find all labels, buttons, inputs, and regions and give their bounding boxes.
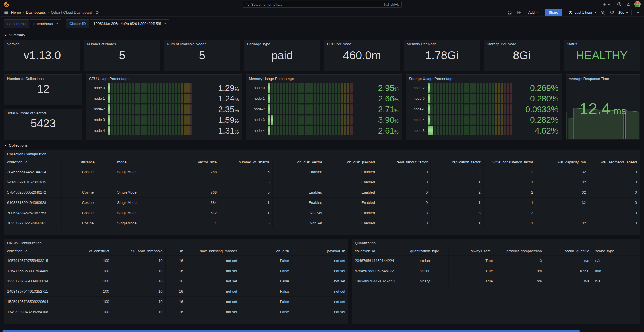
time-range-picker[interactable]: Last 1 hour (568, 10, 597, 15)
panel-title[interactable]: Memory Per Node (404, 40, 480, 46)
bar-gauge (268, 94, 352, 103)
gauge-row-label: node-4 (409, 118, 425, 122)
panel-title[interactable]: Status (564, 40, 640, 46)
section-summary[interactable]: Summary (4, 33, 640, 37)
column-header-max-indexing-threads[interactable]: max_indexing_threads (186, 247, 240, 256)
help-icon[interactable]: ? (616, 1, 622, 7)
table-cell: not set (186, 297, 240, 307)
gauge-cell (341, 94, 343, 103)
gauge-cell (169, 104, 171, 114)
gauge-cell (175, 94, 177, 103)
gauge-cell (157, 126, 159, 135)
column-header-number-of-shards[interactable]: number_of_shards (220, 158, 273, 167)
data-table: collection_idef_constructfull_scan_thres… (4, 247, 348, 317)
column-header-on-disk-vector[interactable]: on_disk_vector (272, 158, 325, 167)
column-header-wal-segments-ahead[interactable]: wal_segments_ahead (589, 158, 640, 167)
variable-cluster-id-value[interactable]: 1296366e-396a-4e2c-8f26-b399499f158f (90, 19, 169, 28)
table-cell: not set (186, 266, 240, 276)
breadcrumb-home[interactable]: Home (11, 10, 21, 15)
gauge-cell (440, 94, 442, 103)
gauge-cell (434, 83, 436, 93)
variable-datasource-value[interactable]: prometheus (30, 19, 61, 28)
add-button-label: Add (528, 11, 535, 15)
panel-title[interactable]: Number of Collections (4, 75, 82, 81)
gauge-cell (341, 104, 343, 114)
column-header-product-compression[interactable]: product_compression (496, 247, 545, 256)
favorite-star-icon[interactable] (94, 9, 100, 16)
column-header-full-scan-threshold[interactable]: full_scan_threshold (112, 247, 165, 256)
gauge-cell (440, 126, 442, 135)
save-dashboard-icon[interactable] (506, 9, 513, 16)
zoom-out-time-icon[interactable] (600, 9, 606, 16)
table-cell: Enabled (325, 218, 378, 228)
stat-value: 1.78Gi (404, 49, 480, 62)
column-header-wal-capacity-mb[interactable]: wal_capacity_mb (536, 158, 589, 167)
gauge-row-value: 1.31% (195, 126, 239, 136)
column-header-collection-id[interactable]: collection_id (4, 158, 61, 167)
panel-title[interactable]: Average Response Time (566, 75, 640, 81)
table-cell: 3 (483, 208, 536, 218)
panel-title[interactable]: Number of Nodes (84, 40, 160, 46)
panel-title[interactable]: CPU Usage Percentage (86, 75, 242, 81)
gauge-cell (341, 126, 343, 135)
column-header-quantization-type[interactable]: quantization_type (401, 247, 448, 256)
user-avatar[interactable] (634, 1, 641, 7)
menu-hamburger-icon[interactable] (3, 9, 9, 16)
svg-text:?: ? (619, 3, 620, 6)
breadcrumb-dashboards[interactable]: Dashboards (26, 10, 46, 15)
refresh-interval-picker[interactable]: 10s (618, 11, 628, 15)
new-button[interactable] (603, 2, 610, 6)
column-header-on-disk-payload[interactable]: on_disk_payload (325, 158, 378, 167)
share-button[interactable]: Share (545, 9, 562, 16)
column-header-write-consistency-factor[interactable]: write_consistency_factor (483, 158, 536, 167)
panel-title[interactable]: Total Number of Vectors (4, 109, 82, 115)
column-header-replication-factor[interactable]: replication_factor (431, 158, 484, 167)
table-cell: 3 (496, 256, 545, 266)
panel-title[interactable]: CPU Per Node (324, 40, 400, 46)
column-header-always-ram[interactable]: always_ram↑ (448, 247, 496, 256)
panel-title[interactable]: Version (4, 40, 80, 46)
column-header-scalar-quantile[interactable]: scalar_quantile (545, 247, 592, 256)
gauge-cell (175, 126, 177, 135)
gauge-cell (310, 83, 313, 93)
collapse-toolbar-chevron-up-icon[interactable] (635, 9, 641, 16)
panel-title[interactable]: HNSW Configuration (4, 239, 348, 245)
section-collections[interactable]: Collections (4, 143, 640, 147)
gauge-cell (154, 115, 156, 125)
column-header-read-fanout-factor[interactable]: read_fanout_factor (378, 158, 431, 167)
gauge-cell (178, 126, 181, 135)
panel-title[interactable]: Num of Available Nodes (164, 40, 240, 46)
gauge-cell (507, 115, 510, 125)
gauge-cell (307, 126, 310, 135)
gauge-cell (292, 94, 294, 103)
gauge-cell (277, 94, 279, 103)
news-rss-icon[interactable] (625, 1, 631, 7)
panel-title[interactable]: Package Type (244, 40, 320, 46)
dashboard-settings-gear-icon[interactable] (516, 9, 522, 16)
gauge-cell (295, 94, 297, 103)
add-button[interactable]: Add (525, 9, 542, 16)
column-header-collection-id[interactable]: collection_id (4, 247, 59, 256)
column-header-collection-id[interactable]: collection_id (352, 247, 401, 256)
panel-title[interactable]: Storage Per Node (484, 40, 560, 46)
column-header-payload-m[interactable]: payload_m (292, 247, 348, 256)
panel-title[interactable]: Storage Usage Percentage (406, 75, 562, 81)
column-header-vector-size[interactable]: vector_size (167, 158, 220, 167)
panel-collection-configuration: Collection Configuration collection_iddi… (4, 150, 640, 235)
column-header-on-disk[interactable]: on_disk (240, 247, 292, 256)
column-header-mode[interactable]: mode (114, 158, 167, 167)
table-cell: 5 (220, 187, 273, 198)
panel-title[interactable]: Quantization (352, 239, 640, 245)
column-header-distance[interactable]: distance (61, 158, 114, 167)
column-header-scalar-type[interactable]: scalar_type (592, 247, 640, 256)
column-header-m[interactable]: m (165, 247, 186, 256)
search-input[interactable]: Search or jump to... ctrl+k (243, 1, 402, 8)
column-header-ef-construct[interactable]: ef_construct (59, 247, 112, 256)
panel-title[interactable]: Collection Configuration (4, 150, 640, 156)
panel-title[interactable]: Memory Usage Percentage (246, 75, 402, 81)
gauge-cell (280, 126, 282, 135)
gauge-cell (114, 126, 116, 135)
grafana-logo[interactable] (3, 1, 10, 7)
refresh-icon[interactable] (609, 9, 615, 16)
horizontal-scrollbar[interactable] (2, 330, 580, 332)
